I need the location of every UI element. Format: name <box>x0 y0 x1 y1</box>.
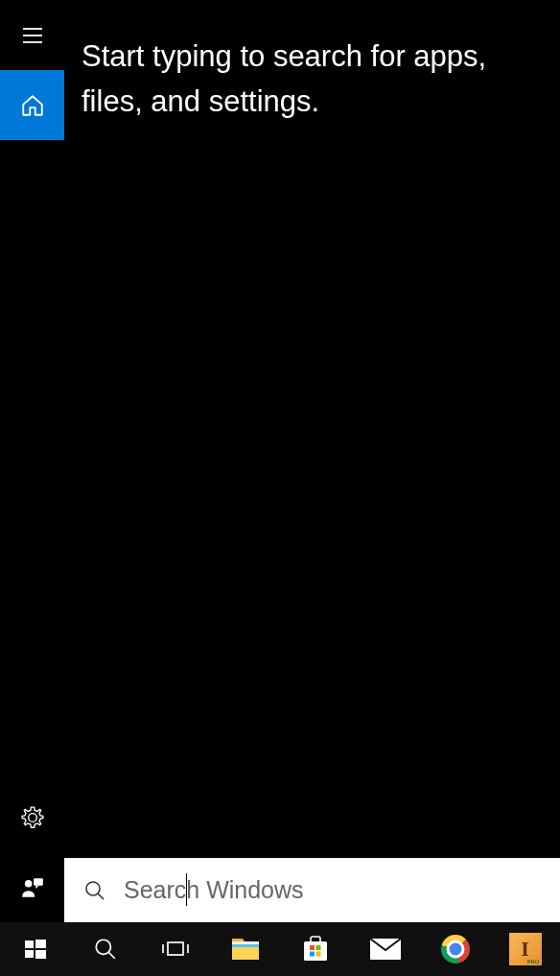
mail-icon <box>369 938 402 961</box>
home-filter-button[interactable] <box>0 70 64 140</box>
feedback-person-icon <box>20 875 45 900</box>
svg-rect-4 <box>34 878 43 886</box>
svg-rect-18 <box>232 941 259 944</box>
taskbar-search-button[interactable] <box>70 922 140 976</box>
text-cursor <box>186 873 187 906</box>
store-icon <box>301 935 330 964</box>
svg-rect-19 <box>304 941 327 961</box>
svg-point-5 <box>86 882 100 895</box>
search-prompt-text: Start typing to search for apps, files, … <box>82 35 543 124</box>
file-explorer-button[interactable] <box>210 922 280 976</box>
start-button[interactable] <box>0 922 70 976</box>
chrome-button[interactable] <box>420 922 490 976</box>
search-results-pane: Start typing to search for apps, files, … <box>64 0 560 858</box>
chrome-icon <box>441 935 470 964</box>
svg-rect-23 <box>315 952 320 957</box>
inventor-button[interactable]: I PRO <box>490 922 560 976</box>
svg-rect-17 <box>232 944 259 947</box>
svg-rect-10 <box>35 950 46 959</box>
settings-button[interactable] <box>0 782 64 852</box>
svg-rect-9 <box>25 950 34 958</box>
windows-logo-icon <box>24 938 47 961</box>
file-explorer-icon <box>230 936 261 963</box>
search-icon <box>83 879 106 902</box>
svg-rect-20 <box>310 945 315 950</box>
svg-rect-13 <box>168 942 183 955</box>
task-view-button[interactable] <box>140 922 210 976</box>
inventor-icon: I PRO <box>509 933 542 965</box>
search-sidebar <box>0 0 64 922</box>
home-icon <box>20 93 45 118</box>
svg-point-3 <box>24 879 32 887</box>
search-bar[interactable] <box>64 858 560 922</box>
taskbar: I PRO <box>0 922 560 976</box>
task-view-icon <box>161 938 190 961</box>
svg-rect-7 <box>25 940 34 948</box>
microsoft-store-button[interactable] <box>280 922 350 976</box>
gear-icon <box>20 805 45 830</box>
svg-line-12 <box>108 952 115 959</box>
svg-rect-22 <box>310 952 315 957</box>
mail-button[interactable] <box>350 922 420 976</box>
svg-line-6 <box>98 893 104 899</box>
svg-rect-8 <box>35 940 46 948</box>
search-icon <box>93 937 118 962</box>
hamburger-icon <box>21 24 44 47</box>
hamburger-menu-button[interactable] <box>0 0 64 70</box>
svg-rect-21 <box>315 945 320 950</box>
feedback-button[interactable] <box>0 852 64 922</box>
svg-point-11 <box>96 940 110 954</box>
